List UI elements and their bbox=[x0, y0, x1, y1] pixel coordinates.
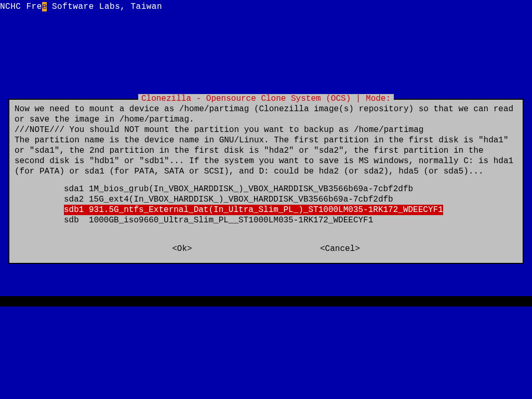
partition-option-selected[interactable]: sdb1 931.5G_ntfs_External_Dat(In_Ultra_S… bbox=[64, 205, 443, 215]
partition-option[interactable]: sdb 1000GB_iso9660_Ultra_Slim_PL__ST1000… bbox=[64, 215, 517, 225]
cursor-block: e bbox=[42, 2, 47, 11]
cancel-button[interactable]: <Cancel> bbox=[320, 244, 360, 254]
partition-option[interactable]: sda2 15G_ext4(In_VBOX_HARDDISK_)_VBOX_HA… bbox=[64, 194, 517, 205]
partition-option[interactable]: sda1 1M_bios_grub(In_VBOX_HARDDISK_)_VBO… bbox=[64, 184, 517, 194]
dialog-title: Clonezilla - Opensource Clone System (OC… bbox=[138, 94, 394, 103]
partition-options-list: sda1 1M_bios_grub(In_VBOX_HARDDISK_)_VBO… bbox=[64, 184, 517, 225]
header-post: Software Labs, Taiwan bbox=[47, 2, 162, 11]
buttons-row: <Ok> <Cancel> bbox=[15, 244, 517, 254]
dialog-box: Clonezilla - Opensource Clone System (OC… bbox=[8, 99, 524, 264]
header-line: NCHC Free Software Labs, Taiwan bbox=[0, 2, 162, 11]
dialog-body-text: Now we need to mount a device as /home/p… bbox=[15, 104, 517, 177]
black-bar bbox=[0, 296, 532, 307]
header-pre: NCHC Fre bbox=[0, 2, 42, 11]
ok-button[interactable]: <Ok> bbox=[172, 244, 192, 254]
dialog-wrapper: Clonezilla - Opensource Clone System (OC… bbox=[8, 99, 524, 264]
